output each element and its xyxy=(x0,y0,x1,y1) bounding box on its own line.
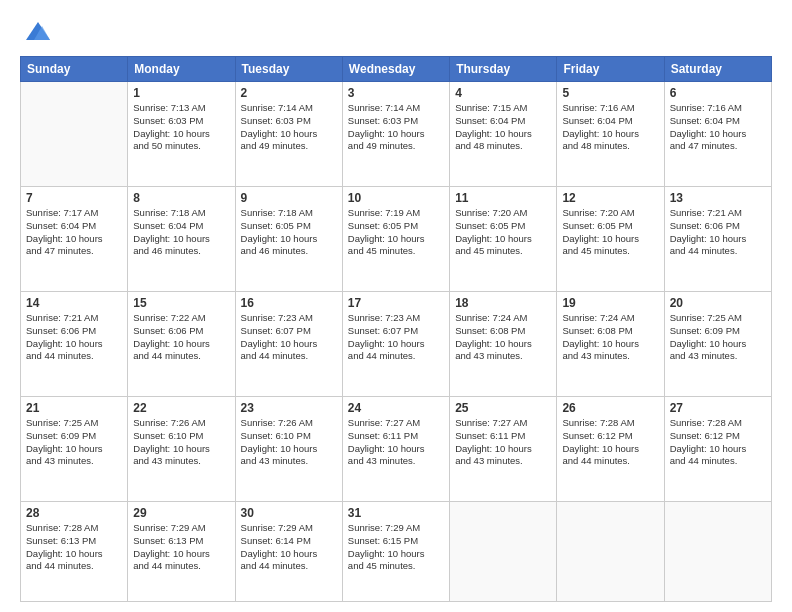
calendar-cell xyxy=(21,82,128,187)
calendar-cell: 8Sunrise: 7:18 AM Sunset: 6:04 PM Daylig… xyxy=(128,186,235,291)
day-number: 15 xyxy=(133,296,229,310)
calendar-cell: 1Sunrise: 7:13 AM Sunset: 6:03 PM Daylig… xyxy=(128,82,235,187)
day-info: Sunrise: 7:27 AM Sunset: 6:11 PM Dayligh… xyxy=(455,417,551,468)
day-number: 31 xyxy=(348,506,444,520)
day-number: 21 xyxy=(26,401,122,415)
calendar-cell: 9Sunrise: 7:18 AM Sunset: 6:05 PM Daylig… xyxy=(235,186,342,291)
day-info: Sunrise: 7:27 AM Sunset: 6:11 PM Dayligh… xyxy=(348,417,444,468)
day-info: Sunrise: 7:22 AM Sunset: 6:06 PM Dayligh… xyxy=(133,312,229,363)
calendar-cell: 23Sunrise: 7:26 AM Sunset: 6:10 PM Dayli… xyxy=(235,396,342,501)
day-info: Sunrise: 7:20 AM Sunset: 6:05 PM Dayligh… xyxy=(562,207,658,258)
day-number: 25 xyxy=(455,401,551,415)
calendar-cell: 6Sunrise: 7:16 AM Sunset: 6:04 PM Daylig… xyxy=(664,82,771,187)
day-number: 8 xyxy=(133,191,229,205)
header xyxy=(20,18,772,46)
calendar-day-header: Thursday xyxy=(450,57,557,82)
calendar-cell: 20Sunrise: 7:25 AM Sunset: 6:09 PM Dayli… xyxy=(664,291,771,396)
calendar-cell: 29Sunrise: 7:29 AM Sunset: 6:13 PM Dayli… xyxy=(128,501,235,601)
day-info: Sunrise: 7:17 AM Sunset: 6:04 PM Dayligh… xyxy=(26,207,122,258)
day-number: 18 xyxy=(455,296,551,310)
calendar-cell: 21Sunrise: 7:25 AM Sunset: 6:09 PM Dayli… xyxy=(21,396,128,501)
day-number: 19 xyxy=(562,296,658,310)
calendar-cell: 22Sunrise: 7:26 AM Sunset: 6:10 PM Dayli… xyxy=(128,396,235,501)
day-number: 7 xyxy=(26,191,122,205)
calendar-cell xyxy=(450,501,557,601)
day-number: 9 xyxy=(241,191,337,205)
day-info: Sunrise: 7:24 AM Sunset: 6:08 PM Dayligh… xyxy=(562,312,658,363)
calendar-cell: 24Sunrise: 7:27 AM Sunset: 6:11 PM Dayli… xyxy=(342,396,449,501)
day-number: 5 xyxy=(562,86,658,100)
calendar-cell: 12Sunrise: 7:20 AM Sunset: 6:05 PM Dayli… xyxy=(557,186,664,291)
day-number: 29 xyxy=(133,506,229,520)
day-info: Sunrise: 7:16 AM Sunset: 6:04 PM Dayligh… xyxy=(670,102,766,153)
day-number: 28 xyxy=(26,506,122,520)
day-info: Sunrise: 7:18 AM Sunset: 6:04 PM Dayligh… xyxy=(133,207,229,258)
page: SundayMondayTuesdayWednesdayThursdayFrid… xyxy=(0,0,792,612)
day-number: 3 xyxy=(348,86,444,100)
day-number: 26 xyxy=(562,401,658,415)
day-info: Sunrise: 7:29 AM Sunset: 6:14 PM Dayligh… xyxy=(241,522,337,573)
calendar-cell xyxy=(557,501,664,601)
day-info: Sunrise: 7:21 AM Sunset: 6:06 PM Dayligh… xyxy=(26,312,122,363)
day-number: 6 xyxy=(670,86,766,100)
calendar-day-header: Wednesday xyxy=(342,57,449,82)
day-info: Sunrise: 7:24 AM Sunset: 6:08 PM Dayligh… xyxy=(455,312,551,363)
day-number: 2 xyxy=(241,86,337,100)
day-number: 13 xyxy=(670,191,766,205)
day-number: 22 xyxy=(133,401,229,415)
calendar-cell: 17Sunrise: 7:23 AM Sunset: 6:07 PM Dayli… xyxy=(342,291,449,396)
day-info: Sunrise: 7:28 AM Sunset: 6:12 PM Dayligh… xyxy=(562,417,658,468)
day-number: 10 xyxy=(348,191,444,205)
calendar-cell: 15Sunrise: 7:22 AM Sunset: 6:06 PM Dayli… xyxy=(128,291,235,396)
calendar-week-row: 28Sunrise: 7:28 AM Sunset: 6:13 PM Dayli… xyxy=(21,501,772,601)
calendar-cell: 27Sunrise: 7:28 AM Sunset: 6:12 PM Dayli… xyxy=(664,396,771,501)
day-info: Sunrise: 7:23 AM Sunset: 6:07 PM Dayligh… xyxy=(241,312,337,363)
day-info: Sunrise: 7:29 AM Sunset: 6:15 PM Dayligh… xyxy=(348,522,444,573)
calendar-cell: 5Sunrise: 7:16 AM Sunset: 6:04 PM Daylig… xyxy=(557,82,664,187)
calendar-week-row: 21Sunrise: 7:25 AM Sunset: 6:09 PM Dayli… xyxy=(21,396,772,501)
calendar-day-header: Tuesday xyxy=(235,57,342,82)
day-number: 12 xyxy=(562,191,658,205)
day-number: 11 xyxy=(455,191,551,205)
day-info: Sunrise: 7:20 AM Sunset: 6:05 PM Dayligh… xyxy=(455,207,551,258)
day-info: Sunrise: 7:21 AM Sunset: 6:06 PM Dayligh… xyxy=(670,207,766,258)
calendar-cell: 14Sunrise: 7:21 AM Sunset: 6:06 PM Dayli… xyxy=(21,291,128,396)
calendar-week-row: 1Sunrise: 7:13 AM Sunset: 6:03 PM Daylig… xyxy=(21,82,772,187)
day-number: 20 xyxy=(670,296,766,310)
calendar-week-row: 14Sunrise: 7:21 AM Sunset: 6:06 PM Dayli… xyxy=(21,291,772,396)
day-number: 30 xyxy=(241,506,337,520)
logo-icon xyxy=(24,18,52,46)
day-number: 16 xyxy=(241,296,337,310)
day-info: Sunrise: 7:18 AM Sunset: 6:05 PM Dayligh… xyxy=(241,207,337,258)
calendar-cell: 16Sunrise: 7:23 AM Sunset: 6:07 PM Dayli… xyxy=(235,291,342,396)
calendar-cell: 11Sunrise: 7:20 AM Sunset: 6:05 PM Dayli… xyxy=(450,186,557,291)
calendar-cell xyxy=(664,501,771,601)
day-number: 27 xyxy=(670,401,766,415)
day-info: Sunrise: 7:26 AM Sunset: 6:10 PM Dayligh… xyxy=(133,417,229,468)
day-info: Sunrise: 7:13 AM Sunset: 6:03 PM Dayligh… xyxy=(133,102,229,153)
calendar-cell: 10Sunrise: 7:19 AM Sunset: 6:05 PM Dayli… xyxy=(342,186,449,291)
day-info: Sunrise: 7:19 AM Sunset: 6:05 PM Dayligh… xyxy=(348,207,444,258)
day-number: 4 xyxy=(455,86,551,100)
day-info: Sunrise: 7:25 AM Sunset: 6:09 PM Dayligh… xyxy=(670,312,766,363)
day-info: Sunrise: 7:25 AM Sunset: 6:09 PM Dayligh… xyxy=(26,417,122,468)
calendar-header-row: SundayMondayTuesdayWednesdayThursdayFrid… xyxy=(21,57,772,82)
calendar-cell: 4Sunrise: 7:15 AM Sunset: 6:04 PM Daylig… xyxy=(450,82,557,187)
calendar-cell: 25Sunrise: 7:27 AM Sunset: 6:11 PM Dayli… xyxy=(450,396,557,501)
day-info: Sunrise: 7:15 AM Sunset: 6:04 PM Dayligh… xyxy=(455,102,551,153)
calendar-cell: 28Sunrise: 7:28 AM Sunset: 6:13 PM Dayli… xyxy=(21,501,128,601)
calendar-cell: 26Sunrise: 7:28 AM Sunset: 6:12 PM Dayli… xyxy=(557,396,664,501)
day-info: Sunrise: 7:28 AM Sunset: 6:13 PM Dayligh… xyxy=(26,522,122,573)
day-info: Sunrise: 7:16 AM Sunset: 6:04 PM Dayligh… xyxy=(562,102,658,153)
day-number: 14 xyxy=(26,296,122,310)
calendar-day-header: Sunday xyxy=(21,57,128,82)
calendar-cell: 3Sunrise: 7:14 AM Sunset: 6:03 PM Daylig… xyxy=(342,82,449,187)
logo xyxy=(20,18,52,46)
calendar-day-header: Friday xyxy=(557,57,664,82)
calendar-cell: 18Sunrise: 7:24 AM Sunset: 6:08 PM Dayli… xyxy=(450,291,557,396)
day-info: Sunrise: 7:23 AM Sunset: 6:07 PM Dayligh… xyxy=(348,312,444,363)
day-info: Sunrise: 7:14 AM Sunset: 6:03 PM Dayligh… xyxy=(241,102,337,153)
calendar-day-header: Monday xyxy=(128,57,235,82)
day-number: 24 xyxy=(348,401,444,415)
calendar-cell: 30Sunrise: 7:29 AM Sunset: 6:14 PM Dayli… xyxy=(235,501,342,601)
